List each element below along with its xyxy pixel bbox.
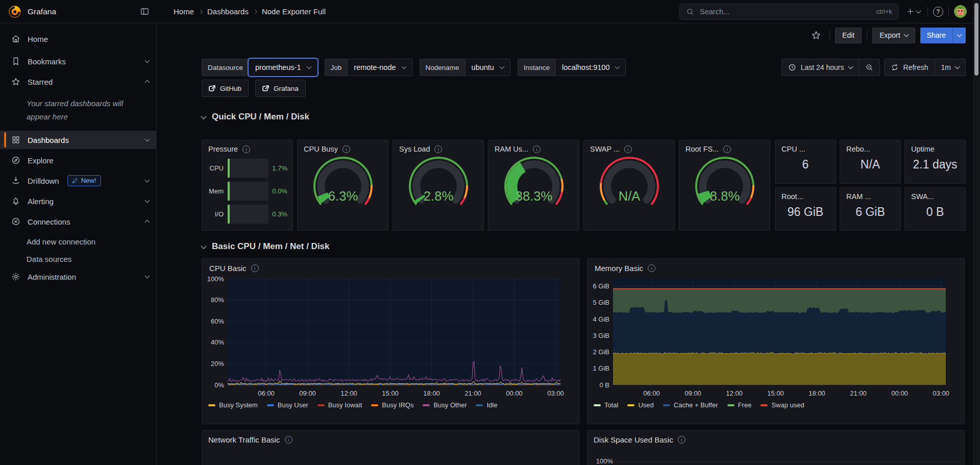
legend-item[interactable]: Busy IRQs [371,401,413,409]
panel-header[interactable]: SWAP ... i [584,140,674,155]
sidebar-item-home[interactable]: Home [0,30,156,48]
info-icon[interactable]: i [342,145,350,153]
legend-item[interactable]: Total [594,401,618,409]
legend-item[interactable]: Busy Iowait [317,401,362,409]
section-quick-cpu-mem-disk[interactable]: Quick CPU / Mem / Disk [202,108,966,126]
panel-header[interactable]: Pressure i [202,140,292,155]
datasource-select[interactable]: prometheus-1 [249,59,317,76]
panel-header[interactable]: Rebo... [840,140,900,155]
panel-header[interactable]: Disk Space Used Basic i [587,431,964,446]
grafana-logo[interactable] [8,5,21,18]
panel-header[interactable]: CPU Busy i [298,140,388,155]
legend-item[interactable]: Busy User [267,401,308,409]
sidebar-toggle-icon[interactable] [140,7,150,16]
panel-title: Rebo... [846,145,870,153]
sidebar-item-explore[interactable]: Explore [0,151,156,169]
refresh-button[interactable]: Refresh [885,59,935,76]
svg-text:09:00: 09:00 [299,389,316,397]
bar-gauge [228,182,268,201]
info-icon[interactable]: i [678,436,685,444]
panel-title: Sys Load [399,145,430,153]
legend-label: Free [738,401,752,409]
share-menu-button[interactable] [952,28,966,43]
panel-title: Disk Space Used Basic [594,435,673,444]
search-box[interactable]: ctrl+k [679,4,899,20]
sidebar-item-administration[interactable]: Administration [0,267,156,286]
panel-reboot: Rebo... N/A [840,140,901,184]
info-icon[interactable]: i [648,264,655,272]
chevron-down-icon [499,64,504,69]
panel-sys-load: Sys Load i 2.8% [393,140,484,231]
refresh-interval-label: 1m [941,63,951,71]
info-icon[interactable]: i [251,264,259,272]
instance-select[interactable]: localhost:9100 [555,59,626,76]
legend-item[interactable]: Busy System [208,401,258,409]
panel-header[interactable]: Root... [775,188,836,203]
sidebar-item-bookmarks[interactable]: Bookmarks [0,52,156,70]
breadcrumb-home[interactable]: Home [174,7,194,16]
sidebar-item-add-new-connection[interactable]: Add new connection [0,233,156,250]
grafana-link[interactable]: Grafana [255,80,306,97]
nodename-select[interactable]: ubuntu [465,59,510,76]
search-input[interactable] [699,7,872,16]
job-select[interactable]: remote-node [347,59,412,76]
sidebar-item-connections[interactable]: Connections [0,212,156,231]
sidebar-item-drilldown[interactable]: Drilldown New! [0,172,156,190]
panel-header[interactable]: CPU ... [775,140,836,155]
share-button[interactable]: Share [920,28,952,43]
zoom-out-button[interactable] [859,59,879,76]
cpu-basic-chart[interactable]: 0%20%40%60%80%100%06:0009:0012:0015:0018… [202,275,579,400]
panel-header[interactable]: Uptime [905,140,965,155]
panel-header[interactable]: RAM Us... i [488,140,579,155]
scrollbar-thumb[interactable] [974,3,978,76]
user-avatar[interactable] [954,5,967,18]
panel-header[interactable]: RAM ... [840,188,900,203]
info-icon[interactable]: i [285,436,292,444]
info-icon[interactable]: i [624,145,632,153]
sidebar-item-dashboards[interactable]: Dashboards [0,131,156,149]
legend-item[interactable]: Swap used [761,401,804,409]
panel-header[interactable]: Root FS... i [679,140,770,155]
section-basic-cpu-mem-net-disk[interactable]: Basic CPU / Mem / Net / Disk [202,238,966,255]
info-icon[interactable]: i [434,145,442,153]
panel-title: Memory Basic [595,264,643,273]
legend-item[interactable]: Idle [476,401,497,409]
legend-item[interactable]: Free [727,401,752,409]
info-icon[interactable]: i [533,145,541,153]
legend-item[interactable]: Busy Other [423,401,467,409]
sidebar-item-alerting[interactable]: Alerting [0,192,156,210]
svg-text:N/A: N/A [618,189,640,203]
time-range-label: Last 24 hours [801,63,844,71]
time-range-picker[interactable]: Last 24 hours [782,59,859,76]
stat-panels-grid: CPU ... 6 Rebo... N/A Uptime 2.1 days Ro… [775,140,966,231]
panel-header[interactable]: Memory Basic i [587,259,964,274]
panel-title: CPU Busy [304,145,338,153]
star-dashboard-button[interactable] [808,30,824,40]
info-icon[interactable]: i [723,145,731,153]
chevron-down-icon [615,64,620,69]
panel-header[interactable]: CPU Basic i [202,259,579,274]
github-link[interactable]: GitHub [202,80,249,97]
edit-button[interactable]: Edit [835,28,862,43]
sidebar-item-data-sources[interactable]: Data sources [0,250,156,267]
add-menu-button[interactable] [904,7,922,16]
help-button[interactable]: ? [933,7,943,17]
legend-item[interactable]: Cache + Buffer [663,401,718,409]
sidebar-item-label: Bookmarks [28,57,66,66]
bar-gauge [228,205,268,224]
new-badge: New! [67,175,102,186]
panel-header[interactable]: Network Traffic Basic i [202,431,579,446]
refresh-interval-select[interactable]: 1m [935,59,965,76]
filter-value: localhost:9100 [562,63,610,71]
export-button[interactable]: Export [872,28,915,43]
chevron-down-icon [916,8,921,13]
info-icon[interactable]: i [242,145,250,153]
panel-header[interactable]: Sys Load i [393,140,483,155]
panel-root-fs-used: Root FS... i 8.8% [679,140,770,231]
clock-icon [788,63,796,71]
sidebar-item-starred[interactable]: Starred [0,72,156,91]
panel-header[interactable]: SWA... [905,188,965,203]
breadcrumb-dashboards[interactable]: Dashboards [207,7,249,16]
legend-item[interactable]: Used [627,401,653,409]
memory-basic-chart[interactable]: 0 B1 GiB2 GiB3 GiB4 GiB5 GiB6 GiB06:0009… [587,275,964,400]
